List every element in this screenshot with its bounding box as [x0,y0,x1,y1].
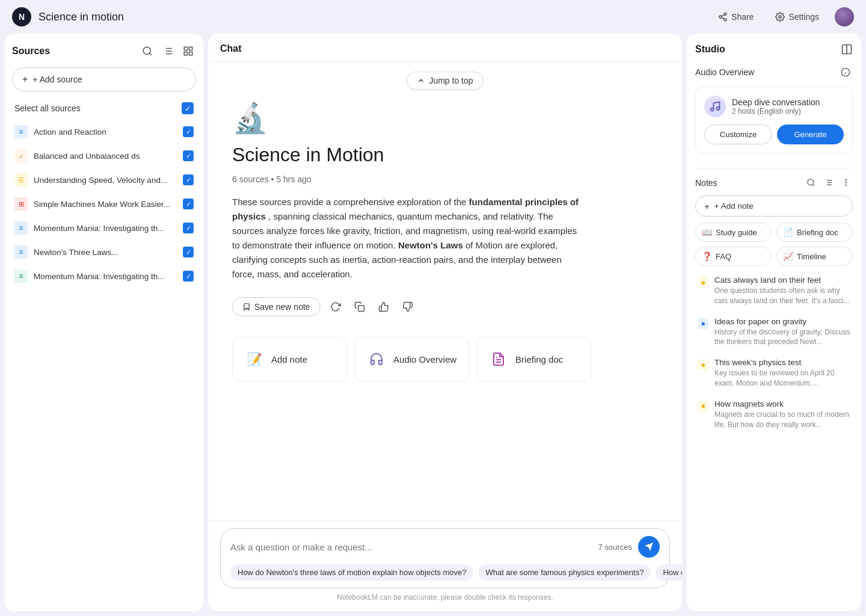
source-icon: ⊞ [14,197,28,211]
notes-more-button[interactable] [839,176,853,189]
svg-point-29 [717,107,720,110]
copy-icon [354,301,365,312]
layout-icon [183,46,194,57]
settings-button[interactable]: Settings [769,8,825,25]
thumbs-down-icon [402,301,413,312]
audio-overview-label: Audio Overview [695,67,754,77]
chat-intro: 🔬 Science in Motion 6 sources • 5 hrs ag… [232,102,658,381]
list-item[interactable]: ≡ Action and Reaction ✓ [12,120,196,143]
briefing-doc-card[interactable]: Briefing doc [476,337,591,381]
list-item[interactable]: ≡ Momentum Mania: Investigating th... ✓ [12,265,196,288]
customize-button[interactable]: Customize [704,125,772,144]
list-item[interactable]: ⊞ Simple Machines Make Work Easier... ✓ [12,192,196,215]
note-item-3[interactable]: ■ This week's physics test Key issues to… [695,353,853,393]
main-layout: Sources [0,34,866,616]
layout-toggle-button[interactable] [180,43,196,59]
briefing-doc-button[interactable]: 📄 Briefing doc [776,223,853,242]
svg-point-28 [711,108,714,111]
source-checkbox[interactable]: ✓ [183,126,194,137]
select-all-row[interactable]: Select all sources ✓ [12,99,196,118]
svg-rect-18 [358,306,364,312]
save-new-note-button[interactable]: Save new note [232,297,321,316]
generate-button[interactable]: Generate [777,125,844,144]
user-avatar[interactable] [835,7,854,26]
deep-dive-subtitle: 2 hosts (English only) [732,107,820,116]
deep-dive-title: Deep dive conversation [732,97,820,107]
thumbs-up-button[interactable] [375,298,393,316]
note-bullet-2: ■ [698,318,708,329]
add-source-button[interactable]: + + Add source [12,67,196,91]
thumbs-down-button[interactable] [399,298,417,316]
suggestion-chip-1[interactable]: How do Newton's three laws of motion exp… [230,564,473,581]
note-type-buttons: 📖 Study guide 📄 Briefing doc ❓ FAQ 📈 Tim… [695,223,853,266]
columns-icon [841,43,853,55]
chat-panel: Chat Jump to top 🔬 Science in Motion 6 s… [208,34,682,611]
footer-disclaimer: NotebookLM can be inaccurate, please dou… [220,593,670,602]
svg-point-1 [719,16,722,18]
search-notes-icon [806,178,815,187]
svg-line-4 [722,14,725,16]
sources-title: Sources [12,46,50,57]
plus-icon: + [22,74,28,85]
select-all-label: Select all sources [14,103,81,113]
sidebar-header: Sources [12,43,196,59]
faq-button[interactable]: ❓ FAQ [695,247,772,266]
timeline-button[interactable]: 📈 Timeline [776,247,853,266]
filter-sources-button[interactable] [160,43,176,59]
note-item-2[interactable]: ■ Ideas for paper on gravity History of … [695,312,853,353]
search-sources-button[interactable] [140,43,155,59]
note-title-1: Cats always land on their feet [714,276,850,285]
refresh-button[interactable] [327,298,345,316]
source-checkbox[interactable]: ✓ [183,150,194,161]
jump-to-top-button[interactable]: Jump to top [407,72,483,90]
suggestion-chip-2[interactable]: What are some famous physics experiments… [478,564,651,581]
copy-button[interactable] [351,298,369,316]
share-button[interactable]: Share [712,8,760,25]
note-item-1[interactable]: ■ Cats always land on their feet One que… [695,271,853,311]
chat-input[interactable] [230,542,592,552]
list-item[interactable]: ≡ Newton's Three Laws... ✓ [12,241,196,263]
source-checkbox[interactable]: ✓ [183,247,194,257]
list-item[interactable]: ☰ Understanding Speed, Velocity and... ✓ [12,168,196,191]
suggestion-chip-3[interactable]: How do the laws of gra at very high spee… [656,564,682,581]
divider [695,168,853,168]
list-item[interactable]: ♪ Balanced and Unbalanced ds ✓ [12,144,196,167]
svg-point-0 [724,13,726,15]
topbar: N Science in motion Share Settings [0,0,866,34]
svg-rect-16 [189,52,192,55]
add-note-card-label: Add note [271,354,307,365]
plus-icon: + [704,201,710,211]
source-name: Simple Machines Make Work Easier... [34,200,170,209]
list-item[interactable]: ≡ Momentum Mania: Investigating th... ✓ [12,217,196,239]
studio-panel: Studio Audio Overview [687,34,861,611]
note-item-4[interactable]: ■ How magnets work Magnets are crucial t… [695,395,853,435]
note-bullet-1: ■ [698,277,708,288]
source-checkbox[interactable]: ✓ [183,271,194,282]
add-note-button[interactable]: + + Add note [695,196,853,217]
bookmark-icon [242,303,251,311]
search-notes-button[interactable] [804,176,818,189]
note-bullet-3: ■ [698,359,708,370]
source-checkbox[interactable]: ✓ [183,174,194,185]
sort-notes-button[interactable] [821,176,835,189]
svg-point-2 [724,19,726,21]
select-all-checkbox[interactable]: ✓ [182,102,194,114]
audio-overview-card[interactable]: Audio Overview [354,337,469,381]
note-title-3: This week's physics test [714,358,850,367]
note-preview-1: One question students often ask is why c… [714,286,850,306]
add-note-card[interactable]: 📝 Add note [232,337,347,381]
sort-icon [824,178,833,187]
thumbs-up-icon [378,301,389,312]
send-button[interactable] [638,536,660,558]
gear-icon [775,12,785,22]
studio-layout-toggle[interactable] [841,43,853,55]
chevron-up-icon [417,76,425,85]
study-guide-button[interactable]: 📖 Study guide [695,223,772,242]
source-name: Momentum Mania: Investigating th... [34,272,165,281]
note-bullet-4: ■ [698,401,708,411]
source-checkbox[interactable]: ✓ [183,223,194,233]
svg-point-30 [808,179,814,185]
source-checkbox[interactable]: ✓ [183,199,194,209]
faq-icon: ❓ [702,251,712,261]
audio-overview-info-button[interactable] [838,65,853,79]
